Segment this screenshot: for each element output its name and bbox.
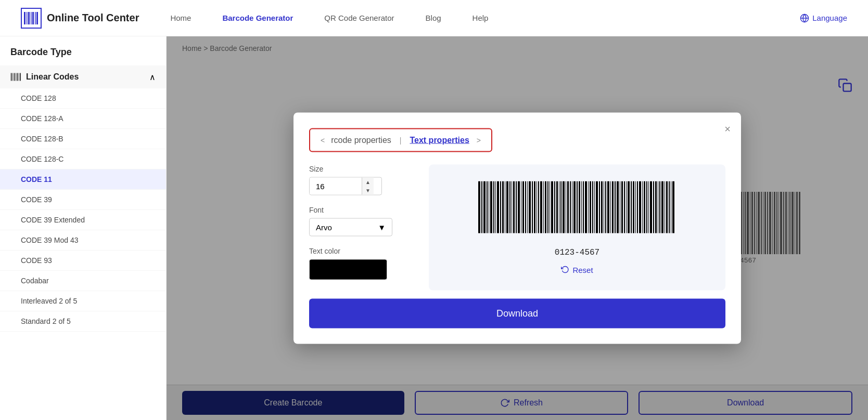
size-increment[interactable]: ▲ bbox=[362, 178, 374, 187]
svg-rect-110 bbox=[560, 181, 561, 233]
svg-rect-104 bbox=[547, 181, 548, 233]
section-label: Linear Codes bbox=[26, 72, 79, 82]
svg-rect-75 bbox=[481, 181, 482, 233]
svg-rect-153 bbox=[658, 181, 658, 233]
size-group: Size ▲ ▼ bbox=[309, 165, 413, 195]
language-button[interactable]: Language bbox=[800, 14, 847, 23]
svg-rect-90 bbox=[516, 181, 517, 233]
svg-rect-0 bbox=[24, 12, 25, 24]
size-label: Size bbox=[309, 165, 413, 173]
svg-rect-103 bbox=[545, 181, 546, 233]
modal-body: Size ▲ ▼ Font Arvo bbox=[309, 165, 725, 291]
svg-rect-83 bbox=[500, 181, 501, 233]
text-color-swatch[interactable] bbox=[309, 259, 387, 280]
tab-left-arrow: < bbox=[321, 136, 325, 145]
section-header-left: Linear Codes bbox=[10, 72, 79, 82]
svg-rect-118 bbox=[579, 181, 580, 233]
modal-close-button[interactable]: × bbox=[724, 123, 731, 135]
svg-rect-140 bbox=[628, 181, 630, 233]
sidebar-item-code128a[interactable]: CODE 128-A bbox=[0, 109, 166, 129]
svg-rect-147 bbox=[644, 181, 645, 233]
svg-rect-77 bbox=[487, 181, 488, 233]
tab-text-properties[interactable]: Text properties bbox=[405, 134, 473, 147]
svg-rect-97 bbox=[532, 181, 533, 233]
svg-rect-156 bbox=[665, 181, 665, 233]
font-value: Arvo bbox=[316, 223, 332, 232]
language-label: Language bbox=[812, 14, 847, 22]
tab-separator: | bbox=[400, 136, 402, 145]
tab-barcode-properties[interactable]: rcode properties bbox=[327, 134, 395, 147]
svg-rect-92 bbox=[521, 181, 521, 233]
svg-rect-112 bbox=[566, 181, 566, 233]
svg-rect-9 bbox=[11, 73, 12, 81]
svg-rect-120 bbox=[583, 181, 584, 233]
svg-rect-133 bbox=[612, 181, 614, 233]
header: Online Tool Center Home Barcode Generato… bbox=[0, 0, 868, 36]
size-decrement[interactable]: ▼ bbox=[362, 186, 374, 195]
size-spinner: ▲ ▼ bbox=[362, 178, 374, 195]
svg-rect-76 bbox=[483, 181, 486, 233]
svg-rect-1 bbox=[27, 12, 28, 24]
main-nav: Home Barcode Generator QR Code Generator… bbox=[170, 14, 800, 22]
download-modal-button[interactable]: Download bbox=[309, 299, 725, 329]
svg-rect-134 bbox=[615, 181, 616, 233]
svg-rect-125 bbox=[594, 181, 595, 233]
svg-rect-122 bbox=[588, 181, 589, 233]
svg-rect-154 bbox=[659, 181, 660, 233]
logo-icon bbox=[21, 8, 42, 29]
sidebar-item-code39mod43[interactable]: CODE 39 Mod 43 bbox=[0, 230, 166, 251]
sidebar-item-code39[interactable]: CODE 39 bbox=[0, 190, 166, 210]
sidebar-item-code128c[interactable]: CODE 128-C bbox=[0, 149, 166, 169]
nav-qr-code[interactable]: QR Code Generator bbox=[324, 14, 394, 22]
modal-tabs: < rcode properties | Text properties > bbox=[309, 128, 492, 152]
svg-rect-119 bbox=[581, 181, 582, 233]
svg-rect-157 bbox=[666, 181, 668, 233]
reset-label: Reset bbox=[572, 265, 593, 274]
svg-rect-101 bbox=[540, 181, 542, 233]
modal-right-panel: 0123-4567 Reset bbox=[429, 165, 725, 291]
nav-home[interactable]: Home bbox=[170, 14, 191, 22]
sidebar-item-codabar[interactable]: Codabar bbox=[0, 271, 166, 291]
font-select[interactable]: Arvo ▼ bbox=[309, 218, 392, 237]
svg-rect-126 bbox=[596, 181, 598, 233]
svg-rect-143 bbox=[635, 181, 636, 233]
svg-rect-121 bbox=[585, 181, 587, 233]
sidebar-item-code128b[interactable]: CODE 128-B bbox=[0, 129, 166, 149]
font-group: Font Arvo ▼ bbox=[309, 206, 413, 237]
svg-rect-81 bbox=[495, 181, 496, 233]
svg-rect-82 bbox=[497, 181, 499, 233]
nav-barcode-generator[interactable]: Barcode Generator bbox=[222, 14, 293, 22]
svg-rect-142 bbox=[633, 181, 634, 233]
text-color-group: Text color bbox=[309, 247, 413, 280]
sidebar: Barcode Type Linear Codes ∧ CODE 128 COD… bbox=[0, 36, 167, 420]
svg-rect-144 bbox=[637, 181, 638, 233]
reset-button[interactable]: Reset bbox=[561, 265, 593, 274]
svg-rect-138 bbox=[624, 181, 625, 233]
sidebar-item-standard25[interactable]: Standard 2 of 5 bbox=[0, 311, 166, 332]
main-layout: Barcode Type Linear Codes ∧ CODE 128 COD… bbox=[0, 36, 868, 420]
svg-rect-86 bbox=[506, 181, 508, 233]
sidebar-item-code39ext[interactable]: CODE 39 Extended bbox=[0, 210, 166, 230]
svg-rect-139 bbox=[626, 181, 627, 233]
svg-rect-146 bbox=[642, 181, 643, 233]
svg-rect-13 bbox=[17, 73, 18, 81]
sidebar-item-interleaved25[interactable]: Interleaved 2 of 5 bbox=[0, 291, 166, 311]
svg-rect-79 bbox=[490, 181, 492, 233]
svg-rect-85 bbox=[505, 181, 505, 233]
sidebar-item-code128[interactable]: CODE 128 bbox=[0, 88, 166, 109]
sidebar-section-linear-codes[interactable]: Linear Codes ∧ bbox=[0, 65, 166, 88]
nav-help[interactable]: Help bbox=[473, 14, 489, 22]
modal-dialog: < rcode properties | Text properties > ×… bbox=[293, 113, 741, 344]
sidebar-item-code93[interactable]: CODE 93 bbox=[0, 251, 166, 271]
nav-blog[interactable]: Blog bbox=[426, 14, 441, 22]
size-input[interactable] bbox=[310, 178, 362, 195]
tab-right-arrow: > bbox=[477, 136, 481, 145]
svg-rect-3 bbox=[31, 12, 32, 24]
svg-rect-159 bbox=[671, 181, 671, 233]
sidebar-item-code11[interactable]: CODE 11 bbox=[0, 169, 166, 190]
svg-rect-14 bbox=[19, 73, 19, 81]
svg-rect-96 bbox=[529, 181, 531, 233]
svg-rect-84 bbox=[502, 181, 504, 233]
svg-rect-136 bbox=[620, 181, 620, 233]
svg-rect-10 bbox=[12, 73, 13, 81]
